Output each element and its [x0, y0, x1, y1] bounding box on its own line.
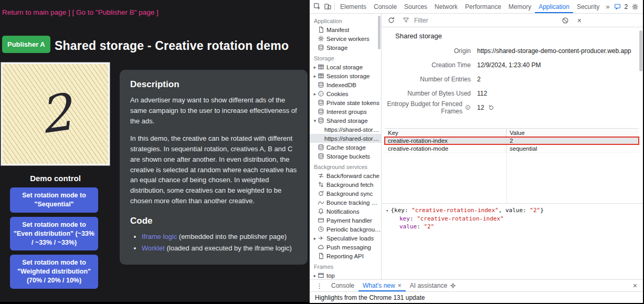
sidebar-item-reporting-api[interactable]: Reporting API	[310, 251, 381, 260]
sidebar-item-session-storage[interactable]: ▸Session storage	[310, 71, 381, 80]
sidebar-item-periodic-backgroun[interactable]: Periodic backgroun…	[310, 225, 381, 234]
issues-count: 2	[624, 3, 628, 11]
sidebar-item-label: Local storage	[326, 64, 363, 70]
panel-heading: Shared storage	[395, 32, 643, 40]
cache-icon	[318, 172, 324, 179]
tab-console[interactable]: Console	[370, 0, 400, 13]
sidebar-item-storage-buckets[interactable]: Storage buckets	[310, 152, 381, 161]
panel-toolbar: Filter ×	[382, 14, 643, 27]
metadata-row: Creation Time12/9/2024, 1:23:40 PM	[382, 58, 643, 72]
sidebar-item-https-shared-storage[interactable]: https://shared-storage…	[310, 125, 381, 134]
filter-input[interactable]: Filter	[400, 15, 556, 26]
demo-buttons: Set rotation mode to "Sequential"Set rot…	[10, 187, 98, 289]
worker-icon	[318, 35, 324, 42]
sidebar-item-interest-groups[interactable]: Interest groups	[310, 107, 381, 116]
code-list: Iframe logic (embedded into the publishe…	[130, 232, 297, 254]
chevron-right-icon[interactable]: ▸	[312, 236, 318, 241]
property-separator: :	[410, 215, 417, 222]
drawer-menu-icon[interactable]: ⋮	[313, 282, 326, 290]
sidebar-item-label: Storage	[326, 45, 347, 51]
main-scrollbar[interactable]	[639, 28, 642, 277]
clock-icon	[318, 226, 324, 233]
settings-gear-icon[interactable]	[630, 1, 640, 13]
sidebar-item-background-sync[interactable]: Background sync	[310, 189, 381, 198]
tab-sources[interactable]: Sources	[400, 0, 431, 13]
chevron-right-icon[interactable]: ▸	[312, 91, 318, 97]
preview-token: "2"	[530, 207, 540, 214]
inspect-icon[interactable]	[312, 1, 322, 13]
rotation-button-3[interactable]: Set rotation mode to "Weighted distribut…	[10, 255, 98, 289]
sidebar-item-local-storage[interactable]: ▸Local storage	[310, 62, 381, 71]
sidebar-item-top[interactable]: ▸top	[310, 271, 381, 279]
column-header-value[interactable]: Value	[506, 129, 639, 137]
rotation-button-2[interactable]: Set rotation mode to "Even distribution"…	[10, 217, 98, 251]
database-icon	[318, 144, 324, 151]
drawer-tab-console[interactable]: Console	[327, 280, 358, 291]
kebab-menu-icon[interactable]: ⋮	[640, 3, 644, 11]
table-row[interactable]: creative-rotation-index2	[385, 137, 639, 145]
code-link-worklet[interactable]: Worklet	[142, 244, 165, 252]
sidebar-item-https-shared-storage[interactable]: https://shared-storage…	[310, 134, 381, 143]
close-icon[interactable]: ×	[398, 282, 402, 289]
delete-icon[interactable]: ×	[575, 16, 584, 25]
sidebar-item-background-fetch[interactable]: Background fetch	[310, 180, 381, 189]
sidebar-item-cookies[interactable]: ▸Cookies	[310, 89, 381, 98]
database-icon	[318, 44, 324, 51]
database-icon	[318, 108, 324, 115]
tab-memory[interactable]: Memory	[505, 0, 535, 13]
drawer-tab-what-s-new[interactable]: What's new×	[358, 280, 406, 291]
tab-security[interactable]: Security	[573, 0, 603, 13]
sidebar-item-payment-handler[interactable]: Payment handler	[310, 216, 381, 225]
block-icon[interactable]	[560, 15, 571, 26]
issues-badge[interactable]: 2	[612, 1, 628, 13]
tab-performance[interactable]: Performance	[461, 0, 505, 13]
chevron-right-icon[interactable]: ▸	[312, 74, 318, 79]
metadata-value: 12/9/2024, 1:23:40 PM	[477, 61, 541, 69]
device-toolbar-icon[interactable]	[322, 1, 333, 13]
devtools-main: Filter × Shared storage Originhttps://sh…	[382, 14, 643, 279]
table-row[interactable]: creative-rotation-modesequential	[385, 145, 639, 153]
description-heading: Description	[130, 79, 297, 90]
refresh-icon[interactable]	[386, 15, 396, 26]
property-name: value	[399, 223, 417, 230]
devtools-tabbar: ElementsConsoleSourcesNetworkPerformance…	[310, 0, 643, 14]
drawer: ⋮ ConsoleWhat's new×AI assistance ×	[310, 279, 643, 291]
code-link-iframe-logic[interactable]: Iframe logic	[142, 233, 177, 240]
chevron-down-icon[interactable]: ▾	[312, 118, 318, 123]
sidebar-item-shared-storage[interactable]: ▾Shared storage	[310, 116, 381, 125]
sidebar-item-manifest[interactable]: Manifest	[310, 25, 381, 34]
sidebar-item-push-messaging[interactable]: Push messaging	[310, 243, 381, 251]
sidebar-item-notifications[interactable]: Notifications	[310, 207, 381, 216]
sidebar-item-service-workers[interactable]: Service workers	[310, 34, 381, 43]
chevron-right-icon[interactable]: ▸	[312, 273, 318, 278]
tab-elements[interactable]: Elements	[336, 0, 370, 13]
more-tabs-button[interactable]: »	[603, 3, 612, 11]
sidebar-item-bounce-tracking-miti[interactable]: Bounce tracking miti…	[310, 198, 381, 207]
sidebar-item-private-state-tokens[interactable]: Private state tokens	[310, 98, 381, 107]
description-paragraph-1: An advertiser may want to show different…	[130, 95, 297, 126]
issues-icon	[612, 1, 622, 13]
reset-icon[interactable]	[488, 104, 494, 111]
sidebar-scrollbar-thumb[interactable]	[378, 16, 381, 49]
tab-network[interactable]: Network	[431, 0, 461, 13]
property-name: key	[399, 215, 410, 222]
tab-application[interactable]: Application	[535, 0, 573, 13]
sidebar-item-indexeddb[interactable]: IndexedDB	[310, 80, 381, 89]
page-nav-links[interactable]: Return to main page ] [ Go to "Publisher…	[2, 8, 159, 16]
twisty-icon[interactable]: ▾	[386, 208, 388, 213]
creative-digit: 2	[36, 87, 75, 141]
sidebar-scrollbar[interactable]	[378, 15, 381, 278]
sidebar-item-storage[interactable]: Storage	[310, 43, 381, 52]
metadata-label: Number of Entries	[382, 76, 471, 83]
sidebar-item-cache-storage[interactable]: Cache storage	[310, 143, 381, 152]
rotation-button-1[interactable]: Set rotation mode to "Sequential"	[10, 187, 98, 213]
sidebar-item-label: Speculative loads	[326, 235, 374, 242]
column-header-key[interactable]: Key	[385, 129, 506, 137]
sidebar-item-speculative-loads[interactable]: ▸Speculative loads	[310, 234, 381, 243]
close-drawer-icon[interactable]: ×	[630, 281, 640, 290]
sidebar-item-back-forward-cache[interactable]: Back/forward cache	[310, 171, 381, 180]
drawer-tab-ai-assistance[interactable]: AI assistance	[406, 280, 460, 291]
chevron-right-icon[interactable]: ▸	[312, 65, 318, 70]
value-cell: 2	[506, 137, 639, 144]
main-scrollbar-thumb[interactable]	[639, 30, 642, 71]
